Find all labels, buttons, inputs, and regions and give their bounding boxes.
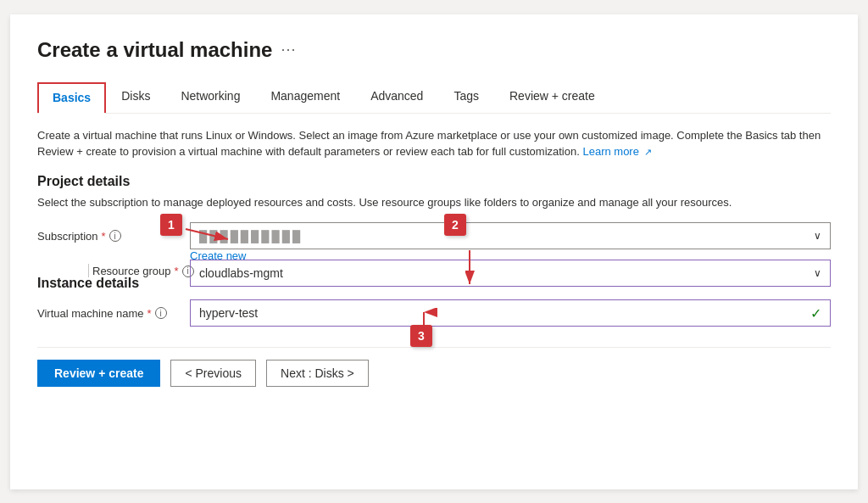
page-title-row: Create a virtual machine ··· xyxy=(37,38,831,62)
tab-basics[interactable]: Basics xyxy=(37,82,106,113)
next-disks-button[interactable]: Next : Disks > xyxy=(266,360,369,387)
learn-more-link[interactable]: Learn more ↗ xyxy=(582,145,651,158)
vm-name-info-icon[interactable]: i xyxy=(155,307,167,319)
resource-group-value: cloudlabs-mgmt xyxy=(199,266,283,280)
tab-management[interactable]: Management xyxy=(255,81,355,113)
badge-3: 3 xyxy=(410,325,432,347)
vm-name-check-icon: ✓ xyxy=(810,305,821,321)
tab-review-create[interactable]: Review + create xyxy=(494,81,610,113)
vm-name-required: * xyxy=(147,307,152,320)
badge-1: 1 xyxy=(160,214,182,236)
page-container: Create a virtual machine ··· Basics Disk… xyxy=(10,14,858,489)
subscription-value: ██████████ xyxy=(199,230,303,243)
resource-group-required: * xyxy=(175,265,179,277)
subscription-required: * xyxy=(102,230,106,243)
vm-name-row: Virtual machine name * i hyperv-test ✓ 3 xyxy=(37,299,831,327)
project-details-desc: Select the subscription to manage deploy… xyxy=(37,194,831,211)
project-details-title: Project details xyxy=(37,174,831,189)
tab-advanced[interactable]: Advanced xyxy=(355,81,438,113)
tab-networking[interactable]: Networking xyxy=(165,81,255,113)
vm-name-label: Virtual machine name * i xyxy=(37,307,190,320)
previous-button[interactable]: < Previous xyxy=(170,360,256,387)
subscription-dropdown-arrow: ∨ xyxy=(814,230,821,242)
vm-name-input[interactable]: hyperv-test ✓ xyxy=(190,299,831,327)
arrow-2 xyxy=(465,246,533,293)
external-link-icon: ↗ xyxy=(644,147,652,157)
tabs-bar: Basics Disks Networking Management Advan… xyxy=(37,81,831,114)
resource-group-dropdown-arrow: ∨ xyxy=(814,267,821,279)
ellipsis-menu-icon[interactable]: ··· xyxy=(281,41,296,59)
tab-disks[interactable]: Disks xyxy=(106,81,165,113)
tab-tags[interactable]: Tags xyxy=(438,81,494,113)
project-details-section: Project details Select the subscription … xyxy=(37,174,831,263)
subscription-row: Subscription * i ██████████ ∨ 1 xyxy=(37,222,831,249)
badge-2: 2 xyxy=(444,214,466,236)
page-title: Create a virtual machine xyxy=(37,38,272,62)
vm-name-value: hyperv-test xyxy=(199,306,258,320)
footer-bar: Review + create < Previous Next : Disks … xyxy=(37,347,831,399)
description-text: Create a virtual machine that runs Linux… xyxy=(37,127,831,160)
review-create-button[interactable]: Review + create xyxy=(37,360,160,387)
subscription-info-icon[interactable]: i xyxy=(109,230,121,242)
